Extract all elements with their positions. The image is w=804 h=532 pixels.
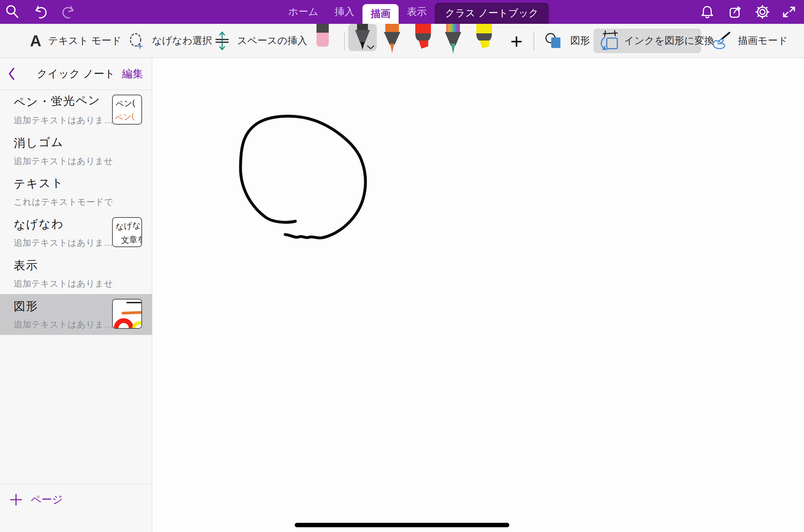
galaxy-pen-tool[interactable]: [443, 24, 463, 55]
add-page-button[interactable]: ページ: [10, 493, 63, 507]
plus-icon: [10, 493, 22, 506]
page-list-item[interactable]: テキスト これはテキストモードで入力し…: [0, 172, 152, 212]
tab-class-notebook[interactable]: クラス ノートブック: [435, 3, 549, 24]
red-highlighter-tool[interactable]: [413, 24, 433, 52]
home-indicator-bar[interactable]: [295, 523, 509, 527]
tab-draw[interactable]: 描画: [362, 4, 399, 24]
page-list-sidebar: クイック ノート 編集 ペン・蛍光ペン 追加テキストはありま… ペン( ペン( …: [0, 58, 152, 532]
thumb-ink-text: なげな: [115, 220, 141, 232]
ink-to-shape-button[interactable]: インクを図形に変換: [593, 29, 701, 53]
ink-to-shape-icon: [599, 30, 619, 51]
page-list-item[interactable]: ペン・蛍光ペン 追加テキストはありま… ペン( ペン(: [0, 90, 152, 131]
toolbar-divider: [534, 32, 534, 50]
page-subtitle: 追加テキストはありま…: [14, 114, 112, 126]
fullscreen-icon[interactable]: [781, 0, 797, 24]
orange-pen-tool[interactable]: [382, 24, 402, 54]
tab-view[interactable]: 表示: [399, 0, 435, 24]
shapes-button[interactable]: 図形: [544, 24, 590, 58]
redo-icon[interactable]: [61, 0, 77, 24]
thumb-ink-text: ペン(: [114, 111, 135, 124]
draw-mode-button[interactable]: 描画モード: [710, 24, 788, 58]
black-pen-tool-selected[interactable]: [348, 24, 377, 51]
page-subtitle: 追加テキストはありま…: [14, 237, 112, 249]
add-pen-button[interactable]: +: [507, 24, 526, 58]
sidebar-header: クイック ノート 編集: [0, 58, 152, 90]
chevron-down-icon: [367, 45, 374, 49]
add-page-label: ページ: [31, 493, 63, 507]
toolbar-divider: [344, 32, 345, 50]
lasso-label: なげなわ選択: [152, 34, 212, 48]
lasso-select-button[interactable]: なげなわ選択: [128, 24, 212, 58]
text-mode-button[interactable]: A テキスト モード: [30, 24, 121, 58]
sidebar-footer: ページ: [0, 484, 152, 532]
ribbon-tabs: ホーム 挿入 描画 表示 クラス ノートブック: [280, 0, 549, 24]
lasso-icon: [128, 32, 145, 50]
edit-button[interactable]: 編集: [122, 58, 143, 90]
text-mode-label: テキスト モード: [48, 34, 121, 48]
page-thumbnail: なげな 文章を: [112, 217, 142, 247]
draw-toolbar: A テキスト モード なげなわ選択 スペースの挿入: [0, 24, 804, 58]
ink-stroke-circle: [153, 58, 804, 532]
page-subtitle: これはテキストモードで入力し…: [14, 196, 112, 208]
thumb-ink-text: 文章を: [121, 233, 142, 246]
page-title: 消しゴム: [13, 132, 152, 151]
top-app-bar: ホーム 挿入 描画 表示 クラス ノートブック: [0, 0, 804, 24]
gear-icon[interactable]: [754, 0, 771, 24]
page-subtitle: 追加テキストはありません: [14, 278, 112, 290]
insert-space-label: スペースの挿入: [237, 34, 307, 48]
insert-space-button[interactable]: スペースの挿入: [214, 24, 307, 58]
draw-mode-label: 描画モード: [738, 34, 788, 48]
text-mode-icon: A: [30, 33, 41, 49]
note-canvas[interactable]: [153, 58, 804, 532]
page-thumbnail: [112, 299, 142, 329]
tab-home[interactable]: ホーム: [280, 0, 326, 24]
page-list-item-selected[interactable]: 図形 追加テキストはありま…: [0, 294, 152, 335]
shapes-icon: [544, 31, 563, 50]
ink-to-shape-label: インクを図形に変換: [624, 34, 714, 48]
eraser-tool[interactable]: [315, 24, 330, 47]
draw-mode-icon: [710, 31, 731, 50]
page-list-item[interactable]: なげなわ 追加テキストはありま… なげな 文章を: [0, 212, 152, 253]
page-subtitle: 追加テキストはありません: [14, 155, 112, 167]
yellow-highlighter-tool[interactable]: [474, 24, 494, 52]
page-subtitle: 追加テキストはありま…: [14, 319, 112, 331]
shapes-label: 図形: [570, 34, 590, 48]
bell-icon[interactable]: [699, 0, 715, 24]
share-icon[interactable]: [727, 0, 743, 24]
insert-space-icon: [214, 31, 230, 51]
page-thumbnail: ペン( ペン(: [112, 95, 142, 125]
undo-icon[interactable]: [32, 0, 48, 24]
page-title: テキスト: [13, 173, 152, 192]
page-list-item[interactable]: 表示 追加テキストはありません: [0, 253, 152, 294]
page-title: 表示: [13, 254, 152, 274]
search-icon[interactable]: [4, 0, 20, 24]
tab-insert[interactable]: 挿入: [326, 0, 362, 24]
page-list-item[interactable]: 消しゴム 追加テキストはありません: [0, 131, 152, 172]
thumb-ink-text: ペン(: [115, 97, 135, 110]
